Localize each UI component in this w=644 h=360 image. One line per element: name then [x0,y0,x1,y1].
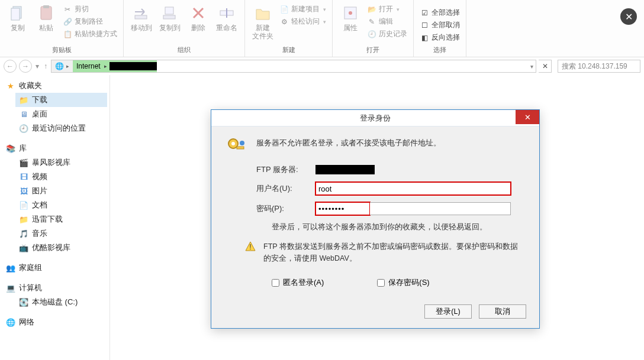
paste-label: 粘贴 [39,24,53,32]
dialog-message: 服务器不允许匿名登录，或者不接受该电子邮件地址。 [256,137,526,149]
address-dropdown-icon[interactable]: ▾ [530,63,533,70]
pictures-icon: 🖼 [19,186,28,196]
star-icon: ★ [6,81,15,90]
username-label: 用户名(U): [256,183,315,194]
breadcrumb-internet[interactable]: Internet [73,62,104,70]
copy-label: 复制 [11,24,25,32]
warning-icon: ! [244,241,256,264]
select-all-button[interactable]: ☑全部选择 [418,7,461,18]
easy-access-button[interactable]: ⚙轻松访问▾ [278,16,327,27]
tree-youku[interactable]: 📺优酷影视库 [15,241,107,255]
nav-forward-button[interactable]: → [19,60,32,73]
invert-selection-button[interactable]: ◧反向选择 [418,32,461,43]
address-bar[interactable]: 🌐 ▸ Internet ▸ ▾ [51,60,536,73]
svg-rect-1 [11,8,20,20]
open-button[interactable]: 📂打开▾ [366,4,408,15]
tree-drive-c[interactable]: 💽本地磁盘 (C:) [15,295,107,309]
cut-icon: ✂ [63,5,72,14]
ribbon-group-new: 新建 文件夹 📄新建项目▾ ⚙轻松访问▾ 新建 [245,0,333,57]
open-icon: 📂 [367,5,376,14]
password-label: 密码(P): [256,203,315,214]
svg-point-12 [231,142,235,145]
content-area: ★收藏夹 📁下载 🖥桌面 🕘最近访问的位置 📚库 🎬暴风影视库 🎞视频 🖼图片 … [0,75,644,360]
cancel-button[interactable]: 取消 [479,304,526,319]
tree-libraries[interactable]: 📚库 [2,141,107,155]
svg-rect-3 [43,5,49,8]
tree-network[interactable]: 🌐网络 [2,315,107,329]
nav-back-button[interactable]: ← [4,60,17,73]
rename-button[interactable]: 重命名 [214,4,240,32]
search-placeholder: 搜索 10.248.137.159 [562,61,627,72]
edit-icon: ✎ [367,17,376,27]
recent-icon: 🕘 [19,124,28,133]
paste-button[interactable]: 粘贴 [33,4,59,32]
move-to-button[interactable]: 移动到 [128,4,154,32]
library-icon: 📚 [6,144,15,153]
ribbon-group-organize: 移动到 复制到 删除 重命名 组织 [124,0,245,57]
edit-button[interactable]: ✎编辑 [366,16,408,27]
ribbon-toolbar: 复制 粘贴 ✂剪切 🔗复制路径 📋粘贴快捷方式 剪贴板 移动到 复制到 删除 重… [0,0,644,57]
search-input[interactable]: 搜索 10.248.137.159 [558,60,640,73]
folder-icon: 📁 [19,95,28,105]
tree-videos[interactable]: 🎞视频 [15,170,107,184]
dialog-titlebar[interactable]: 登录身份 ✕ [211,110,539,127]
tree-desktop[interactable]: 🖥桌面 [15,107,107,121]
password-input-highlight[interactable] [315,202,370,215]
breadcrumb-root[interactable]: 🌐 ▸ [51,60,73,72]
tree-favorites[interactable]: ★收藏夹 [2,79,107,93]
video-icon: 🎞 [19,172,28,181]
network-icon: 🌐 [6,317,15,327]
drive-icon: 💽 [19,297,28,307]
anonymous-checkbox[interactable]: 匿名登录(A) [272,277,324,288]
tree-documents[interactable]: 📄文档 [15,198,107,212]
svg-point-14 [240,141,244,145]
clipboard-group-label: 剪贴板 [52,44,72,57]
properties-icon [341,4,360,22]
new-folder-button[interactable]: 新建 文件夹 [250,4,276,40]
address-refresh-button[interactable]: ✕ [539,60,552,73]
tree-baofeng[interactable]: 🎬暴风影视库 [15,155,107,170]
key-icon [224,137,248,156]
nav-up-button[interactable]: ↑ [43,62,49,70]
tree-xunlei[interactable]: 📁迅雷下载 [15,212,107,226]
select-none-icon: ☐ [420,21,429,30]
cut-button[interactable]: ✂剪切 [62,4,118,15]
history-button[interactable]: 🕘历史记录 [366,28,408,40]
paste-shortcut-button[interactable]: 📋粘贴快捷方式 [62,28,118,40]
select-group-label: 选择 [433,44,446,57]
new-item-button[interactable]: 📄新建项目▾ [278,4,327,15]
history-icon: 🕘 [367,30,376,39]
easy-access-icon: ⚙ [279,17,289,27]
login-button[interactable]: 登录(L) [424,304,472,319]
main-pane: 登录身份 ✕ 服务器不允许匿名登录，或者不接受该电子邮件地址。 FTP 服务器:… [110,75,644,360]
dialog-hint: 登录后，可以将这个服务器添加到你的收藏夹，以便轻易返回。 [224,222,526,232]
svg-text:!: ! [249,243,251,251]
documents-icon: 📄 [19,200,28,210]
page-close-button[interactable]: ✕ [620,8,637,25]
nav-history-dropdown[interactable]: ▾ [34,62,40,70]
dialog-title-text: 登录身份 [360,113,391,124]
folder-icon: 📁 [19,215,28,224]
username-input[interactable] [315,182,511,195]
tree-recent[interactable]: 🕘最近访问的位置 [15,121,107,135]
dialog-close-button[interactable]: ✕ [516,110,539,124]
select-none-button[interactable]: ☐全部取消 [418,20,461,31]
copy-path-button[interactable]: 🔗复制路径 [62,16,118,27]
copy-button[interactable]: 复制 [5,4,31,32]
ftp-server-value-redacted [315,165,375,174]
save-password-checkbox[interactable]: 保存密码(S) [377,277,429,288]
properties-button[interactable]: 属性 [337,4,363,32]
paste-shortcut-icon: 📋 [63,30,72,39]
tree-downloads[interactable]: 📁下载 [15,93,107,107]
tree-music[interactable]: 🎵音乐 [15,226,107,241]
copy-to-button[interactable]: 复制到 [157,4,183,32]
delete-button[interactable]: 删除 [185,4,211,32]
desktop-icon: 🖥 [19,109,28,119]
password-input[interactable] [370,202,511,215]
tree-pictures[interactable]: 🖼图片 [15,184,107,198]
tree-homegroup[interactable]: 👥家庭组 [2,261,107,275]
tree-computer[interactable]: 💻计算机 [2,281,107,295]
invert-selection-icon: ◧ [420,33,429,43]
rename-icon [217,4,236,22]
navigation-tree: ★收藏夹 📁下载 🖥桌面 🕘最近访问的位置 📚库 🎬暴风影视库 🎞视频 🖼图片 … [0,75,110,360]
